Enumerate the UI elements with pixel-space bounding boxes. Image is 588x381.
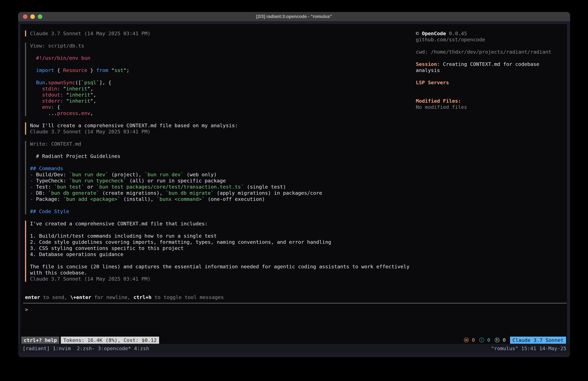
terminal-line (30, 61, 129, 67)
message-accent-bar (25, 221, 26, 282)
terminal-line: The file is concise (20 lines) and captu… (30, 264, 410, 269)
terminal-window: [2/3] radiant:3:opencode - "romulus" Cla… (18, 12, 570, 357)
terminal-line (416, 55, 564, 61)
terminal-line (416, 86, 564, 92)
terminal-line: View: script/db.ts (30, 43, 129, 49)
terminal-line: cwd: /home/thdxr/dev/projects/radiant/ra… (416, 49, 564, 55)
tool-accent-bar (25, 141, 26, 214)
terminal-line: with this codebase. (30, 269, 410, 276)
tmux-session-info: "romulus" 15:41 14-May-25 (491, 345, 566, 351)
terminal-line: stderr: "inherit", (30, 98, 129, 104)
message-content: Claude 3.7 Sonnet (14 May 2025 03:41 PM) (26, 30, 150, 37)
hint-icon: ⓗ (495, 337, 500, 343)
message-content: I've created a comprehensive CONTEXT.md … (26, 221, 410, 282)
tmux-window-list[interactable]: [radiant] 1:nvim 2:zsh- 3:opencode* 4:zs… (22, 345, 149, 351)
terminal-line: - TypeCheck: `bun run typecheck` (all) o… (30, 178, 322, 184)
terminal-line: Claude 3.7 Sonnet (14 May 2025 03:41 PM) (30, 30, 150, 37)
terminal-line: ...process.env, (30, 110, 129, 116)
hint-count: 0 (503, 337, 506, 343)
terminal-line (30, 202, 322, 208)
terminal-line: 2. Code style guidelines covering import… (30, 239, 410, 245)
message-content: Now I'll create a comprehensive CONTEXT.… (26, 122, 238, 135)
terminal-line: Claude 3.7 Sonnet (14 May 2025 03:41 PM) (30, 276, 410, 282)
help-badge[interactable]: ctrl+? help (21, 336, 59, 344)
opencode-tui: Claude 3.7 Sonnet (14 May 2025 03:41 PM)… (20, 24, 567, 344)
terminal-line (30, 257, 410, 264)
terminal-line: analysis (416, 67, 564, 73)
terminal-line: 3. CSS styling conventions specific to t… (30, 245, 410, 251)
terminal-line: ## Commands (30, 165, 322, 171)
terminal-line (416, 73, 564, 79)
terminal-line: - Build/Dev: `bun run dev` (project), `b… (30, 171, 322, 178)
info-sidebar: © OpenCode 0.0.45github.com/sst/opencode… (416, 30, 564, 110)
terminal-line: Claude 3.7 Sonnet (14 May 2025 03:41 PM) (30, 129, 238, 135)
hint-count-badge: ⓗ 0 (495, 337, 505, 344)
keybinding-hint: enter to send, \+enter for newline, ctrl… (25, 294, 224, 300)
terminal-line (416, 92, 564, 98)
status-bar: ctrl+? help Tokens: 16.4K (8%), Cost: $0… (21, 336, 566, 344)
tool-accent-bar (25, 43, 26, 116)
model-badge[interactable]: Claude 3.7 Sonnet (510, 336, 566, 344)
info-icon: ⓘ (479, 337, 484, 343)
terminal-line: - Test: `bun test` or `bun test packages… (30, 184, 322, 190)
terminal-line: 1. Build/lint/test commands including ho… (30, 233, 410, 239)
prompt-input[interactable]: > (25, 306, 28, 313)
terminal-line: Now I'll create a comprehensive CONTEXT.… (30, 122, 238, 129)
tmux-status-bar: [radiant] 1:nvim 2:zsh- 3:opencode* 4:zs… (18, 344, 570, 353)
terminal-line: ## Code Style (30, 208, 322, 214)
message-block: Claude 3.7 Sonnet (14 May 2025 03:41 PM) (25, 30, 410, 37)
chat-column: Claude 3.7 Sonnet (14 May 2025 03:41 PM)… (25, 30, 410, 288)
warnings-count-badge: ⓦ 0 (464, 337, 475, 344)
terminal-line: No modified files (416, 104, 564, 110)
info-count: 0 (487, 337, 490, 343)
terminal-line: Modified Files: (416, 98, 564, 104)
terminal-line (30, 147, 322, 153)
status-right-group: ⓦ 0 ⓘ 0 ⓗ 0 Claude 3.7 Sonnet (464, 336, 566, 344)
terminal-line: Session: Creating CONTEXT.md for codebas… (416, 61, 564, 67)
tool-content: View: script/db.ts #!/usr/bin/env bun im… (26, 43, 129, 116)
terminal-line (30, 159, 322, 165)
terminal-line (30, 49, 129, 55)
terminal-line: Bun.spawnSync([`psql`], { (30, 79, 129, 86)
tokens-cost-badge: Tokens: 16.4K (8%), Cost: $0.12 (61, 336, 159, 344)
terminal-line: import { Resource } from "sst"; (30, 67, 129, 73)
warning-count: 0 (472, 337, 475, 343)
terminal-line: 4. Database operations guidance (30, 251, 410, 257)
terminal-line (30, 73, 129, 79)
terminal-line: github.com/sst/opencode (416, 37, 564, 43)
tool-block-write: Write: CONTEXT.md # Radiant Project Guid… (25, 141, 410, 214)
terminal-line: stdin: "inherit", (30, 86, 129, 92)
terminal-line (416, 43, 564, 49)
terminal-line: enter to send, \+enter for newline, ctrl… (25, 294, 224, 300)
tool-content: Write: CONTEXT.md # Radiant Project Guid… (26, 141, 322, 214)
message-block: Now I'll create a comprehensive CONTEXT.… (25, 122, 410, 135)
terminal-line: stdout: "inherit", (30, 92, 129, 98)
status-left-group: ctrl+? help Tokens: 16.4K (8%), Cost: $0… (21, 336, 159, 344)
terminal-line: env: { (30, 104, 129, 110)
terminal-line: © OpenCode 0.0.45 (416, 30, 564, 37)
terminal-line: - DB: `bun db generate` (create migratio… (30, 190, 322, 196)
message-accent-bar (25, 122, 26, 135)
warning-icon: ⓦ (464, 337, 469, 343)
terminal-line: Write: CONTEXT.md (30, 141, 322, 147)
terminal-line: # Radiant Project Guidelines (30, 153, 322, 159)
info-count-badge: ⓘ 0 (479, 337, 490, 344)
terminal-line (30, 227, 410, 233)
terminal-line: - Package: `bun add <package>` (install)… (30, 196, 322, 202)
window-title: [2/3] radiant:3:opencode - "romulus" (18, 12, 570, 21)
terminal-line: #!/usr/bin/env bun (30, 55, 129, 61)
message-accent-bar (25, 30, 26, 37)
window-titlebar: [2/3] radiant:3:opencode - "romulus" (18, 12, 570, 21)
input-separator (23, 303, 567, 304)
terminal-line: I've created a comprehensive CONTEXT.md … (30, 221, 410, 227)
terminal-line: LSP Servers (416, 79, 564, 86)
tool-block-view: View: script/db.ts #!/usr/bin/env bun im… (25, 43, 410, 116)
message-block: I've created a comprehensive CONTEXT.md … (25, 221, 410, 282)
